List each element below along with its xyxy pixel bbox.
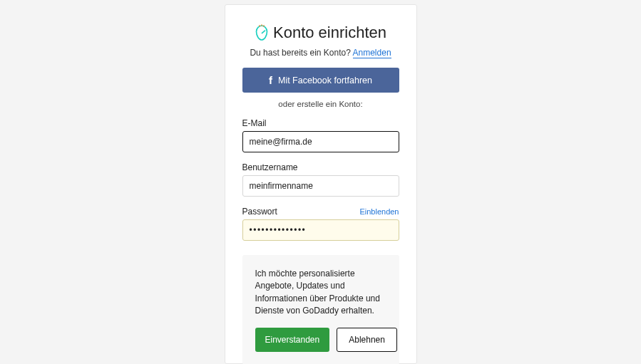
godaddy-logo-icon bbox=[255, 24, 269, 41]
password-show-toggle[interactable]: Einblenden bbox=[359, 207, 399, 216]
offers-consent-box: Ich möchte personalisierte Angebote, Upd… bbox=[242, 255, 399, 364]
signup-card: Konto einrichten Du hast bereits ein Kon… bbox=[225, 4, 417, 364]
password-input[interactable] bbox=[242, 219, 399, 241]
signin-prompt: Du hast bereits ein Konto? Anmelden bbox=[242, 48, 399, 58]
page-title: Konto einrichten bbox=[273, 24, 386, 42]
signin-link[interactable]: Anmelden bbox=[353, 48, 391, 58]
divider-text: oder erstelle ein Konto: bbox=[242, 100, 399, 108]
offers-decline-button[interactable]: Ablehnen bbox=[337, 328, 397, 352]
email-label: E-Mail bbox=[242, 118, 399, 128]
offers-text: Ich möchte personalisierte Angebote, Upd… bbox=[255, 268, 386, 318]
page-header: Konto einrichten bbox=[242, 24, 399, 42]
username-label: Benutzername bbox=[242, 162, 399, 172]
facebook-icon: f bbox=[269, 74, 272, 86]
facebook-signin-button[interactable]: f Mit Facebook fortfahren bbox=[242, 68, 399, 93]
password-label: Passwort bbox=[242, 207, 277, 217]
username-field-group: Benutzername bbox=[242, 162, 399, 197]
username-input[interactable] bbox=[242, 175, 399, 197]
offers-accept-button[interactable]: Einverstanden bbox=[255, 328, 330, 352]
password-field-group: Passwort Einblenden bbox=[242, 207, 399, 241]
email-input[interactable] bbox=[242, 131, 399, 152]
email-field-group: E-Mail bbox=[242, 118, 399, 152]
